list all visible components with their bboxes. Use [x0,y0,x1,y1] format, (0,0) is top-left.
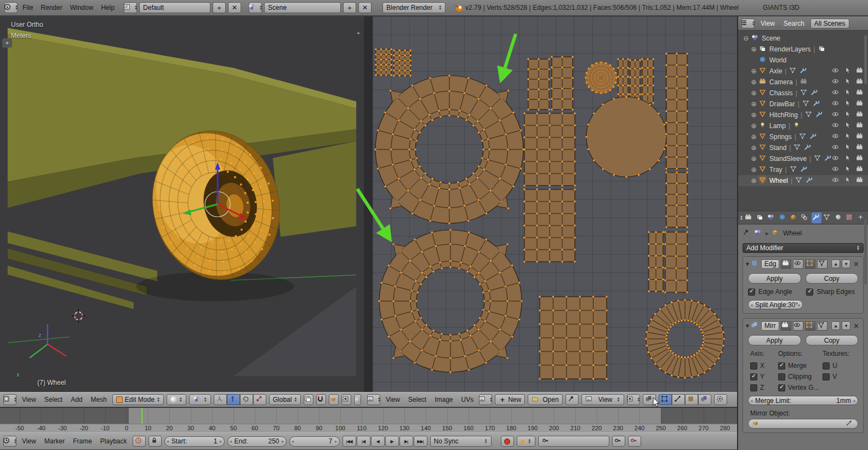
outliner-item-scene[interactable]: ⊖ Scene [738,33,868,44]
jump-to-end-button[interactable]: ▶▶| [414,436,427,447]
expand-toggle-icon[interactable]: ⊕ [750,67,757,75]
delete-layout-button[interactable]: ✕ [228,2,241,13]
uv-image-editor[interactable] [373,16,737,392]
uv-proportional-edit-button[interactable] [714,394,727,405]
modifier-view-toggle[interactable] [793,321,803,331]
outliner-scrollbar[interactable] [864,35,867,84]
menu-mesh[interactable]: Mesh [88,396,110,403]
image-pin-button[interactable] [566,394,579,405]
expand-toggle-icon[interactable]: ⊕ [750,144,757,152]
new-image-button[interactable]: ＋New [495,394,525,405]
axis-x-checkbox[interactable] [750,362,757,370]
edge-angle-checkbox[interactable] [748,289,755,296]
playhead[interactable] [141,408,142,424]
outliner-item-world[interactable]: World [738,55,868,66]
next-keyframe-button[interactable]: ▶| [399,436,413,447]
outliner-item-springs[interactable]: ⊕ Springs | [738,131,868,142]
uv-select-edge-button[interactable] [672,394,685,405]
image-browse-button[interactable]: ▲▼ [479,394,492,405]
tl-menu-marker[interactable]: Marker [42,437,67,445]
keying-set-select[interactable]: ◆▲▼ [517,436,535,447]
modifier-move-up-button[interactable]: ▲ [831,321,840,330]
expand-toggle-icon[interactable]: ⊕ [750,177,757,184]
tab-texture[interactable] [845,212,855,223]
collapse-arrow-icon[interactable]: ▾ [746,260,749,268]
clipping-checkbox[interactable] [778,373,785,380]
outliner-item-hitchring[interactable]: ⊕ HitchRing | [738,109,868,120]
tab-object-data[interactable] [823,212,832,223]
expand-toggle-icon[interactable]: ⊕ [750,155,757,163]
outliner-item-lamp[interactable]: ⊕ Lamp | [738,120,868,131]
uv-menu-image[interactable]: Image [432,396,455,403]
restrict-render-camera-icon[interactable] [856,100,865,108]
menu-file[interactable]: File [20,4,36,11]
editor-type-timeline-button[interactable]: ▲▼ [3,436,16,447]
restrict-select-cursor-icon[interactable] [844,132,853,141]
modifier-name-field[interactable]: Edg [761,259,779,269]
screen-layout-field[interactable]: Default [139,2,210,13]
modifier-name-field[interactable]: Mirr [761,321,779,331]
restrict-view-eye-icon[interactable] [832,132,841,141]
timeline-ruler[interactable]: -50-40-30-20-100102030405060708090100110… [0,407,737,432]
collapse-arrow-icon[interactable]: ▾ [746,322,749,330]
modifier-view-toggle[interactable] [793,259,803,269]
restrict-view-eye-icon[interactable] [832,111,841,119]
auto-keyframe-button[interactable] [501,436,514,447]
merge-limit-slider[interactable]: Merge Limit: 1mm [748,396,858,405]
restrict-select-cursor-icon[interactable] [844,165,853,174]
modifier-move-down-button[interactable]: ▼ [842,259,850,268]
outliner-item-standsleeve[interactable]: ⊕ StandSleeve | [738,153,868,164]
merge-checkbox[interactable] [778,362,785,370]
restrict-select-cursor-icon[interactable] [844,176,853,185]
tab-world[interactable] [778,212,787,223]
modifier-edit-toggle[interactable] [805,321,815,331]
uv-menu-uvs[interactable]: UVs [459,396,477,403]
restrict-select-cursor-icon[interactable] [844,122,853,130]
expand-toggle-icon[interactable]: ⊖ [743,34,750,42]
expand-toggle-icon[interactable]: ⊕ [750,166,757,174]
properties-scrollbar[interactable] [864,219,867,285]
apply-button[interactable]: Apply [748,335,801,345]
restrict-select-cursor-icon[interactable] [844,67,853,76]
outliner-item-renderlayers[interactable]: ⊕ RenderLayers | [738,44,868,55]
prev-keyframe-button[interactable]: |◀ [357,436,370,447]
jump-to-start-button[interactable]: |◀◀ [342,436,356,447]
play-button[interactable]: ▶ [385,436,399,447]
screen-layout-icon-button[interactable]: ▲▼ [124,2,137,13]
outliner-menu-search[interactable]: Search [781,20,807,27]
opengl-render-button[interactable] [354,394,361,405]
outliner-menu-view[interactable]: View [758,20,778,27]
sharp-edges-checkbox[interactable] [806,289,813,296]
restrict-select-cursor-icon[interactable] [844,78,853,86]
viewport-3d[interactable]: User Ortho Meters (7) Wheel z x ＋ ＋ [0,16,364,392]
tab-constraints[interactable] [800,212,810,223]
restrict-select-cursor-icon[interactable] [844,154,853,163]
restrict-render-camera-icon[interactable] [856,143,865,152]
restrict-render-camera-icon[interactable] [856,176,865,185]
scene-field[interactable]: Scene [264,2,341,13]
mirror-object-field[interactable] [748,419,858,429]
pin-icon[interactable] [743,229,751,238]
restrict-view-eye-icon[interactable] [832,100,841,108]
split-angle-slider[interactable]: Split Angle: 30° [748,300,803,309]
axis-z-checkbox[interactable] [750,384,757,391]
uv-pivot-button[interactable]: ▲▼ [627,394,640,405]
restrict-render-camera-icon[interactable] [856,89,865,97]
viewport-shading-select[interactable]: ▲▼ [167,394,186,405]
scene-icon-button[interactable]: ▲▼ [249,2,262,13]
expand-toggle-icon[interactable]: ⊕ [750,133,757,141]
tab-render-layers[interactable] [755,212,765,223]
rotate-manipulator-button[interactable] [240,394,253,405]
editor-type-image-button[interactable]: ▲▼ [367,394,380,405]
modifier-render-toggle[interactable] [781,321,791,331]
expand-toggle-icon[interactable]: ⊕ [750,45,757,53]
apply-button[interactable]: Apply [748,273,801,284]
properties-region-plus[interactable]: ＋ [355,28,362,38]
restrict-render-camera-icon[interactable] [856,132,865,141]
restrict-view-eye-icon[interactable] [832,78,841,86]
tab-material[interactable] [834,212,844,223]
outliner-item-drawbar[interactable]: ⊕ DrawBar | [738,99,868,109]
texture-u-checkbox[interactable] [823,362,830,370]
editor-splitter[interactable] [364,16,373,392]
restrict-view-eye-icon[interactable] [832,176,841,185]
